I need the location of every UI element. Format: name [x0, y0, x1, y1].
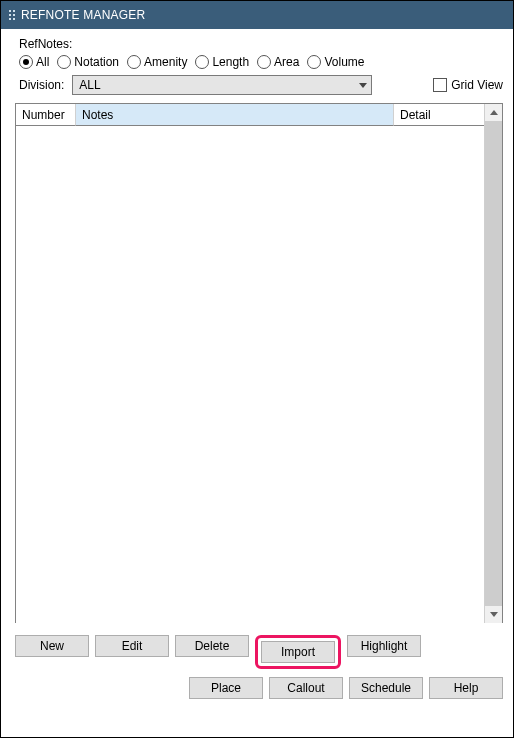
column-label: Detail: [400, 108, 431, 122]
grid-view-checkbox[interactable]: Grid View: [433, 78, 503, 92]
refnotes-label: RefNotes:: [19, 37, 503, 51]
column-label: Notes: [82, 108, 113, 122]
edit-button[interactable]: Edit: [95, 635, 169, 657]
radio-label: All: [36, 55, 49, 69]
highlight-button[interactable]: Highlight: [347, 635, 421, 657]
division-select[interactable]: ALL: [72, 75, 372, 95]
chevron-down-icon: [490, 612, 498, 617]
scroll-thumb[interactable]: [485, 121, 502, 606]
footer-button-row: Place Callout Schedule Help: [15, 677, 503, 699]
radio-icon: [307, 55, 321, 69]
button-label: Schedule: [361, 681, 411, 695]
radio-icon: [127, 55, 141, 69]
checkbox-icon: [433, 78, 447, 92]
radio-amenity[interactable]: Amenity: [127, 55, 187, 69]
radio-all[interactable]: All: [19, 55, 49, 69]
column-header-detail[interactable]: Detail: [394, 104, 484, 126]
division-label: Division:: [19, 78, 64, 92]
callout-button[interactable]: Callout: [269, 677, 343, 699]
button-label: Help: [454, 681, 479, 695]
button-label: Callout: [287, 681, 324, 695]
radio-label: Volume: [324, 55, 364, 69]
place-button[interactable]: Place: [189, 677, 263, 699]
button-label: Import: [281, 645, 315, 659]
radio-area[interactable]: Area: [257, 55, 299, 69]
radio-volume[interactable]: Volume: [307, 55, 364, 69]
radio-label: Length: [212, 55, 249, 69]
schedule-button[interactable]: Schedule: [349, 677, 423, 699]
new-button[interactable]: New: [15, 635, 89, 657]
import-highlight: Import: [255, 635, 341, 669]
client-area: RefNotes: All Notation Amenity Length Ar…: [1, 29, 513, 737]
grid-view-label: Grid View: [451, 78, 503, 92]
delete-button[interactable]: Delete: [175, 635, 249, 657]
radio-icon: [57, 55, 71, 69]
chevron-down-icon: [359, 83, 367, 88]
radio-length[interactable]: Length: [195, 55, 249, 69]
button-label: New: [40, 639, 64, 653]
division-value: ALL: [79, 78, 100, 92]
chevron-up-icon: [490, 110, 498, 115]
button-label: Edit: [122, 639, 143, 653]
scroll-down-button[interactable]: [485, 606, 502, 623]
vertical-scrollbar[interactable]: [484, 104, 502, 623]
radio-icon: [19, 55, 33, 69]
filter-radio-group: All Notation Amenity Length Area Volume: [19, 55, 503, 69]
table-body[interactable]: [16, 126, 484, 623]
import-button[interactable]: Import: [261, 641, 335, 663]
column-label: Number: [22, 108, 65, 122]
grip-icon: [9, 10, 15, 20]
titlebar[interactable]: REFNOTE MANAGER: [1, 1, 513, 29]
radio-notation[interactable]: Notation: [57, 55, 119, 69]
radio-label: Amenity: [144, 55, 187, 69]
column-header-number[interactable]: Number: [16, 104, 76, 126]
window-title: REFNOTE MANAGER: [21, 8, 145, 22]
refnote-manager-window: REFNOTE MANAGER RefNotes: All Notation A…: [0, 0, 514, 738]
radio-icon: [195, 55, 209, 69]
radio-label: Notation: [74, 55, 119, 69]
button-label: Place: [211, 681, 241, 695]
column-header-notes[interactable]: Notes: [76, 104, 394, 126]
scroll-track[interactable]: [485, 121, 502, 606]
scroll-up-button[interactable]: [485, 104, 502, 121]
division-row: Division: ALL Grid View: [19, 75, 503, 95]
table-header-row: Number Notes Detail: [16, 104, 484, 126]
help-button[interactable]: Help: [429, 677, 503, 699]
button-label: Delete: [195, 639, 230, 653]
table-main: Number Notes Detail: [16, 104, 484, 623]
refnotes-table: Number Notes Detail: [15, 103, 503, 623]
action-button-row: New Edit Delete Import Highlight: [15, 635, 503, 669]
radio-icon: [257, 55, 271, 69]
button-label: Highlight: [361, 639, 408, 653]
radio-label: Area: [274, 55, 299, 69]
